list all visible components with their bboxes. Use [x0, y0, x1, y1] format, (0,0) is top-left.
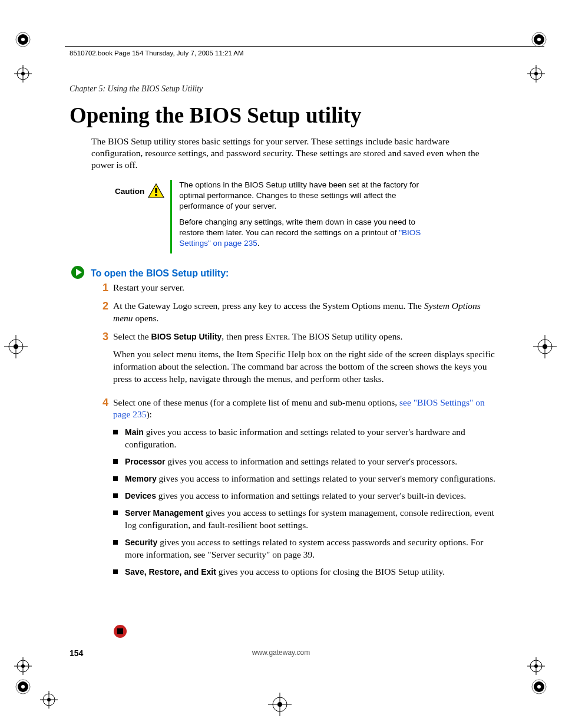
svg-point-43	[277, 702, 282, 707]
list-item: Main gives you access to basic informati…	[113, 426, 497, 451]
svg-rect-46	[156, 194, 157, 196]
bullet-icon	[113, 493, 118, 498]
step-number: 4	[93, 397, 108, 583]
register-mark-icon	[14, 657, 32, 675]
caution-text: The options in the BIOS Setup utility ha…	[179, 180, 442, 253]
chapter-label: Chapter 5: Using the BIOS Setup Utility	[70, 84, 203, 94]
step-1: 1 Restart your server.	[93, 282, 497, 294]
crop-mark-icon	[14, 678, 32, 696]
bullet-icon	[113, 430, 118, 434]
step-body: At the Gateway Logo screen, press any ke…	[113, 300, 497, 325]
step-3: 3 Select the BIOS Setup Utility, then pr…	[93, 331, 497, 391]
crop-mark-icon	[530, 678, 548, 696]
register-mark-icon	[14, 65, 32, 83]
register-mark-icon	[40, 691, 58, 709]
step-number: 2	[93, 300, 108, 325]
procedure-title: To open the BIOS Setup utility:	[91, 268, 229, 279]
menu-bullet-list: Main gives you access to basic informati…	[113, 426, 497, 578]
bullet-icon	[113, 540, 118, 545]
register-mark-icon	[527, 657, 545, 675]
step-body: Select one of these menus (for a complet…	[113, 397, 497, 583]
register-mark-icon	[4, 335, 28, 358]
bullet-icon	[113, 459, 118, 464]
step-list: 1 Restart your server. 2 At the Gateway …	[93, 282, 497, 589]
svg-point-35	[534, 664, 538, 668]
list-item: Memory gives you access to information a…	[113, 473, 497, 485]
caution-box: Caution The options in the BIOS Setup ut…	[115, 180, 442, 253]
svg-point-24	[21, 685, 25, 689]
caution-para-2: Before changing any settings, write them…	[179, 217, 442, 249]
caution-divider	[170, 180, 172, 253]
list-item: Server Management gives you access to se…	[113, 507, 497, 532]
svg-point-31	[21, 664, 25, 668]
svg-point-5	[537, 38, 541, 41]
step-number: 1	[93, 282, 108, 294]
step-body: Restart your server.	[113, 282, 497, 294]
header-rule	[65, 46, 544, 47]
step-2: 2 At the Gateway Logo screen, press any …	[93, 300, 497, 325]
register-mark-icon	[268, 693, 292, 716]
intro-paragraph: The BIOS Setup utility stores basic sett…	[91, 136, 498, 171]
svg-rect-45	[156, 188, 157, 193]
caution-para-1: The options in the BIOS Setup utility ha…	[179, 180, 442, 212]
svg-point-9	[21, 72, 25, 75]
register-mark-icon	[533, 335, 557, 358]
play-icon	[71, 265, 85, 282]
step-body: Select the BIOS Setup Utility, then pres…	[113, 331, 497, 391]
list-item: Save, Restore, and Exit gives you access…	[113, 566, 497, 578]
stop-icon	[113, 624, 127, 641]
footer-url: www.gateway.com	[0, 648, 562, 657]
crop-mark-icon	[14, 31, 32, 48]
caution-label: Caution	[115, 180, 144, 196]
caution-icon	[148, 180, 164, 201]
list-item: Processor gives you access to informatio…	[113, 456, 497, 468]
step-4: 4 Select one of these menus (for a compl…	[93, 397, 497, 583]
bullet-icon	[113, 569, 118, 574]
bullet-icon	[113, 510, 118, 515]
svg-point-2	[21, 38, 25, 41]
procedure-header: To open the BIOS Setup utility:	[71, 265, 229, 282]
svg-point-21	[543, 344, 547, 349]
step-number: 3	[93, 331, 108, 391]
bullet-icon	[113, 476, 118, 481]
list-item: Security gives you access to settings re…	[113, 536, 497, 561]
svg-point-13	[534, 72, 538, 75]
svg-rect-50	[117, 628, 123, 634]
svg-point-17	[14, 344, 18, 349]
svg-point-39	[47, 698, 51, 701]
list-item: Devices gives you access to information …	[113, 490, 497, 502]
register-mark-icon	[527, 65, 545, 83]
page-title: Opening the BIOS Setup utility	[70, 103, 362, 128]
header-book-info: 8510702.book Page 154 Thursday, July 7, …	[70, 50, 244, 57]
svg-point-27	[537, 685, 541, 689]
